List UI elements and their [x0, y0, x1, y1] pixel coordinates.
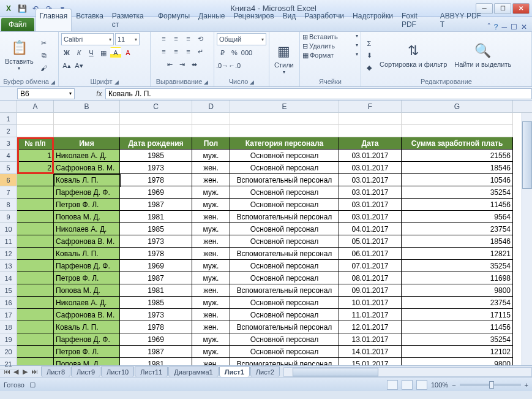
cell[interactable]: 03.01.2017 [339, 162, 402, 174]
cell[interactable]: 03.01.2017 [339, 150, 402, 162]
cell[interactable]: 17115 [402, 309, 513, 321]
number-format-combo[interactable]: Общий▾ [217, 33, 266, 45]
cell[interactable]: Основной персонал [230, 333, 339, 346]
cell[interactable]: 18546 [402, 235, 513, 248]
cell[interactable]: Парфенов Д. Ф. [54, 186, 120, 199]
cell[interactable]: жен. [192, 321, 230, 333]
format-painter-icon[interactable]: 🖌 [39, 63, 50, 74]
cell[interactable]: Основной персонал [230, 186, 339, 199]
cell[interactable]: жен. [192, 174, 230, 186]
decrease-indent-icon[interactable]: ⇤ [165, 59, 176, 70]
format-cells-button[interactable]: ▦ Формат▾ [302, 51, 358, 59]
decrease-decimal-icon[interactable]: ←.0 [229, 60, 240, 71]
cell[interactable] [17, 174, 54, 186]
row-header[interactable]: 7 [0, 186, 17, 199]
cell[interactable]: муж. [192, 333, 230, 346]
row-header[interactable]: 17 [0, 309, 17, 321]
cell[interactable]: Вспомогательный персонал [230, 174, 339, 186]
copy-icon[interactable]: ⧉ [39, 50, 50, 61]
name-box[interactable]: B6▾ [17, 88, 75, 99]
row-header[interactable]: 1 [0, 113, 17, 125]
cell[interactable]: 1969 [120, 333, 192, 346]
cell[interactable]: 9564 [402, 211, 513, 223]
comma-icon[interactable]: 000 [241, 47, 252, 58]
insert-cells-button[interactable]: ⊞ Вставить▾ [302, 33, 358, 41]
zoom-in-icon[interactable]: + [525, 381, 528, 389]
row-header[interactable]: 18 [0, 321, 17, 333]
row-header[interactable]: 8 [0, 199, 17, 211]
header-cell[interactable]: Имя [54, 137, 120, 150]
row-header[interactable]: 9 [0, 211, 17, 223]
fill-icon[interactable]: ⬇ [364, 50, 375, 61]
header-cell[interactable]: Сумма заработной плать [402, 137, 513, 150]
maximize-button[interactable]: ☐ [494, 3, 511, 14]
clear-icon[interactable]: ◆ [364, 63, 375, 74]
vertical-scrollbar[interactable] [522, 113, 532, 365]
cell[interactable]: 1 [17, 150, 54, 162]
bold-button[interactable]: Ж [61, 47, 72, 58]
cell[interactable]: муж. [192, 260, 230, 272]
zoom-out-icon[interactable]: − [452, 381, 455, 389]
column-header-C[interactable]: C [120, 101, 192, 112]
header-cell[interactable]: № п/п [17, 137, 54, 150]
cell[interactable]: 1985 [120, 150, 192, 162]
page-layout-view-icon[interactable] [402, 380, 413, 390]
sheet-tab-Лист2[interactable]: Лист2 [250, 367, 280, 377]
underline-button[interactable]: Ч [86, 47, 97, 58]
doc-restore-icon[interactable]: ☐ [511, 23, 517, 31]
row-header[interactable]: 15 [0, 284, 17, 297]
sheet-tab-Лист11[interactable]: Лист11 [135, 367, 168, 377]
tab-формулы[interactable]: Формулы [154, 9, 194, 31]
wrap-text-icon[interactable]: ↵ [195, 46, 206, 57]
italic-button[interactable]: К [73, 47, 84, 58]
row-header[interactable]: 4 [0, 150, 17, 162]
column-header-A[interactable]: A [17, 101, 54, 112]
cell[interactable] [17, 235, 54, 248]
cell[interactable]: Петров Ф. Л. [54, 346, 120, 358]
align-middle-icon[interactable]: ≡ [171, 33, 182, 44]
cell[interactable]: 12102 [402, 346, 513, 358]
cell[interactable] [17, 199, 54, 211]
cell[interactable]: 1987 [120, 199, 192, 211]
decrease-font-icon[interactable]: A▾ [73, 60, 84, 71]
macro-record-icon[interactable]: ▢ [29, 381, 36, 389]
cell[interactable]: 1985 [120, 223, 192, 235]
cell[interactable] [17, 113, 54, 125]
cell[interactable]: Петров Ф. Л. [54, 272, 120, 284]
row-header[interactable]: 2 [0, 125, 17, 137]
cell[interactable]: 03.01.2017 [339, 199, 402, 211]
alignment-dialog-icon[interactable]: ◢ [204, 79, 208, 85]
cell[interactable] [192, 125, 230, 137]
cell[interactable] [17, 272, 54, 284]
cell[interactable]: муж. [192, 346, 230, 358]
number-dialog-icon[interactable]: ◢ [250, 79, 254, 85]
cell[interactable]: Сафронова В. М. [54, 309, 120, 321]
cell[interactable]: жен. [192, 235, 230, 248]
cell[interactable]: 1978 [120, 174, 192, 186]
sheet-nav-last-icon[interactable]: ⏭ [30, 368, 39, 376]
column-header-G[interactable]: G [402, 101, 513, 112]
cell[interactable] [17, 333, 54, 346]
cell[interactable]: 11.01.2017 [339, 309, 402, 321]
sheet-tab-Лист9[interactable]: Лист9 [71, 367, 100, 377]
cell[interactable] [17, 297, 54, 309]
cell[interactable]: 9800 [402, 358, 513, 365]
cell[interactable]: Коваль Л. П. [54, 174, 120, 186]
cell[interactable]: жен. [192, 309, 230, 321]
row-header[interactable]: 11 [0, 235, 17, 248]
cell[interactable]: Коваль Л. П. [54, 248, 120, 260]
cell[interactable]: 1981 [120, 358, 192, 365]
cell[interactable]: муж. [192, 272, 230, 284]
formula-input[interactable]: Коваль Л. П. [105, 88, 532, 99]
font-size-combo[interactable]: 11▾ [115, 33, 140, 45]
cell[interactable] [17, 125, 54, 137]
cell[interactable]: Парфенов Д. Ф. [54, 333, 120, 346]
row-header[interactable]: 14 [0, 272, 17, 284]
cell[interactable]: Основной персонал [230, 260, 339, 272]
cell[interactable] [402, 113, 513, 125]
tab-надстройки[interactable]: Надстройки [348, 9, 397, 31]
fill-color-button[interactable]: A [110, 47, 121, 58]
cell[interactable]: Сафронова В. М. [54, 235, 120, 248]
cell[interactable]: Вспомогательный персонал [230, 211, 339, 223]
cell[interactable] [54, 113, 120, 125]
